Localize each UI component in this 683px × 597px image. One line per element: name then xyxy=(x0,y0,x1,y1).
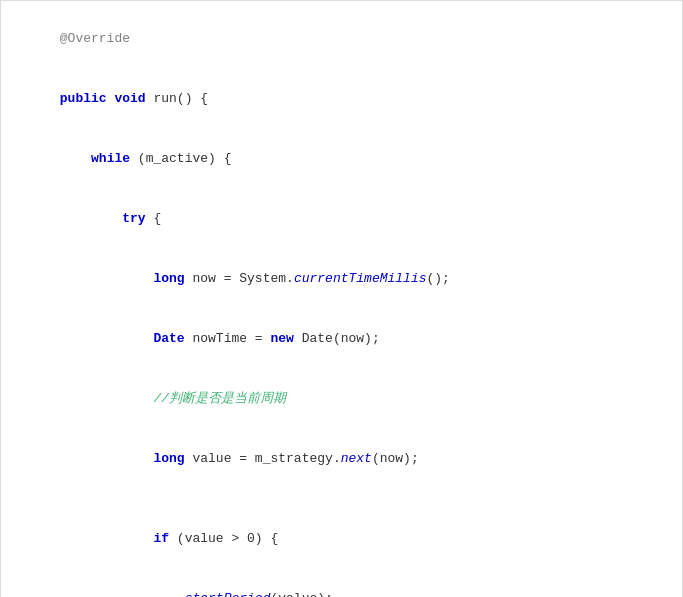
code-line-9 xyxy=(1,489,682,509)
line-content-6: Date nowTime = new Date(now); xyxy=(9,309,682,369)
code-line-4: try { xyxy=(1,189,682,249)
line-content-8: long value = m_strategy.next(now); xyxy=(9,429,682,489)
method-startperiod: startPeriod xyxy=(185,591,271,597)
keyword-long-2: long xyxy=(153,451,184,466)
line-content-4: try { xyxy=(9,189,682,249)
line-content-10: if (value > 0) { xyxy=(9,509,682,569)
type-date: Date xyxy=(153,331,184,346)
line-content-7: //判断是否是当前周期 xyxy=(9,369,682,429)
code-line-5: long now = System.currentTimeMillis(); xyxy=(1,249,682,309)
keyword-try: try xyxy=(122,211,145,226)
line-content-3: while (m_active) { xyxy=(9,129,682,189)
line-content-9 xyxy=(9,489,682,509)
keyword-void: void xyxy=(114,91,145,106)
code-line-7: //判断是否是当前周期 xyxy=(1,369,682,429)
keyword-new: new xyxy=(270,331,293,346)
method-next: next xyxy=(341,451,372,466)
line-content-11: startPeriod(value); xyxy=(9,569,682,597)
keyword-public: public xyxy=(60,91,107,106)
code-line-1: @Override xyxy=(1,9,682,69)
annotation: @Override xyxy=(60,31,130,46)
code-line-3: while (m_active) { xyxy=(1,129,682,189)
code-line-2: public void run() { xyxy=(1,69,682,129)
code-line-8: long value = m_strategy.next(now); xyxy=(1,429,682,489)
code-line-6: Date nowTime = new Date(now); xyxy=(1,309,682,369)
comment-1: //判断是否是当前周期 xyxy=(153,391,286,406)
code-line-10: if (value > 0) { xyxy=(1,509,682,569)
line-content-2: public void run() { xyxy=(9,69,682,129)
line-content-5: long now = System.currentTimeMillis(); xyxy=(9,249,682,309)
keyword-long: long xyxy=(153,271,184,286)
method-currenttimemillis: currentTimeMillis xyxy=(294,271,427,286)
keyword-while: while xyxy=(91,151,130,166)
code-editor: @Override public void run() { while (m_a… xyxy=(0,0,683,597)
code-line-11: startPeriod(value); xyxy=(1,569,682,597)
keyword-if: if xyxy=(153,531,169,546)
line-content-1: @Override xyxy=(9,9,682,69)
